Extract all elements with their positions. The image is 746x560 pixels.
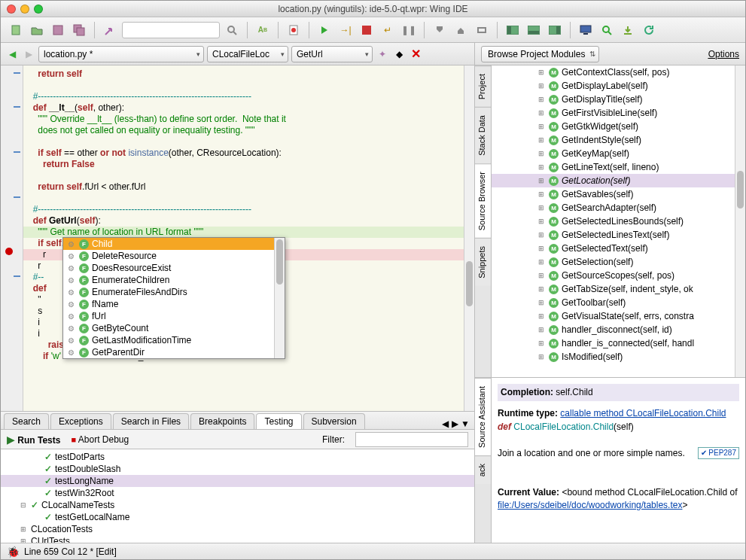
browser-item[interactable]: ⊞MGetContextClass(self, pos)	[492, 65, 745, 79]
browser-item[interactable]: ⊞MGetSelection(self)	[492, 255, 745, 269]
vtab-source-assistant[interactable]: Source Assistant	[475, 378, 491, 455]
autocomplete-item[interactable]: ⚙FGetParentDir	[63, 346, 285, 358]
code-editor[interactable]: return self #---------------------------…	[1, 65, 474, 412]
frame-icon[interactable]	[473, 21, 491, 39]
tree-expand-icon[interactable]: ⊞	[537, 136, 546, 144]
panel3-icon[interactable]	[546, 21, 564, 39]
browse-mode-selector[interactable]: Browse Project Modules	[481, 46, 599, 62]
test-tree-item[interactable]: ✓testWin32Root	[1, 487, 474, 499]
zoom-icon[interactable]	[598, 21, 616, 39]
autocomplete-item[interactable]: ⚙FDeleteResource	[63, 250, 285, 262]
autocomplete-item[interactable]: ⚙FChild	[63, 238, 285, 250]
browser-item[interactable]: ⊞MIsModified(self)	[492, 350, 745, 364]
tree-expand-icon[interactable]: ⊞	[537, 285, 546, 293]
tree-expand-icon[interactable]: ⊞	[537, 96, 546, 103]
test-tree[interactable]: ✓testDotParts✓testDoubleSlash✓testLongNa…	[1, 449, 474, 543]
toolbar-search-input[interactable]	[122, 22, 220, 38]
browser-item[interactable]: ⊞MGetSearchAdapter(self)	[492, 201, 745, 215]
vtab-snippets[interactable]: Snippets	[475, 238, 491, 286]
autocomplete-item[interactable]: ⚙FfUrl	[63, 310, 285, 322]
run-tests-button[interactable]: ▶ Run Tests	[7, 434, 60, 446]
tab-search[interactable]: Search	[4, 413, 49, 429]
indent-icon[interactable]: AB	[254, 21, 272, 39]
save-all-icon[interactable]	[70, 21, 88, 39]
test-tree-item[interactable]: ⊞CUrlTests	[1, 535, 474, 543]
tree-expand-icon[interactable]: ⊞	[537, 68, 546, 76]
tree-expand-icon[interactable]: ⊞	[537, 177, 546, 184]
step-over-icon[interactable]: →|	[336, 21, 355, 39]
tree-expand-icon[interactable]: ⊞	[537, 123, 546, 130]
browser-item[interactable]: ⊞MGetLineText(self, lineno)	[492, 160, 745, 174]
browser-item[interactable]: ⊞MGetSavables(self)	[492, 187, 745, 201]
bottom-tabs-more[interactable]: ◀ ▶ ▼	[437, 418, 474, 429]
debug-file-icon[interactable]	[285, 21, 303, 39]
tree-expand-icon[interactable]: ⊞	[537, 245, 546, 252]
tree-expand-icon[interactable]: ⊞	[537, 312, 546, 320]
abort-debug-button[interactable]: ■ Abort Debug	[71, 434, 129, 445]
search-icon[interactable]	[223, 21, 241, 39]
history-fwd-icon[interactable]: ▶	[22, 47, 35, 62]
browser-item[interactable]: ⊞MGetSelectedText(self)	[492, 242, 745, 255]
goto-def-icon[interactable]	[101, 21, 119, 39]
tree-expand-icon[interactable]: ⊞	[537, 150, 546, 157]
test-tree-item[interactable]: ✓testDotParts	[1, 451, 474, 463]
vtab-project[interactable]: Project	[475, 65, 491, 107]
reload-icon[interactable]	[640, 21, 658, 39]
runtime-type-link[interactable]: callable method CLocalFileLocation.Child	[560, 408, 726, 418]
method-selector[interactable]: GetUrl	[291, 46, 373, 62]
vtab-stack-data[interactable]: Stack Data	[475, 107, 491, 163]
pause-icon[interactable]: ❚❚	[400, 21, 418, 39]
tab-search-in-files[interactable]: Search in Files	[113, 413, 189, 429]
tree-expand-icon[interactable]: ⊞	[537, 326, 546, 333]
tree-expand-icon[interactable]: ⊞	[537, 258, 546, 266]
close-file-icon[interactable]: ✕	[409, 47, 422, 61]
play-icon[interactable]	[315, 21, 333, 39]
browser-item[interactable]: ⊞MGetSelectedLinesBounds(self)	[492, 215, 745, 228]
file-selector[interactable]: location.py *	[38, 46, 204, 62]
browser-item[interactable]: ⊞MGetIndentStyle(self)	[492, 133, 745, 147]
frame-up-icon[interactable]	[452, 21, 470, 39]
browser-item[interactable]: ⊞MGetTabSize(self, indent_style, ok	[492, 282, 745, 296]
panel2-icon[interactable]	[525, 21, 543, 39]
autocomplete-item[interactable]: ⚙FGetByteCount	[63, 322, 285, 334]
stop-icon[interactable]	[358, 21, 376, 39]
browser-item[interactable]: ⊞MGetFirstVisibleLine(self)	[492, 106, 745, 120]
step-out-icon[interactable]: ↵	[379, 21, 397, 39]
tab-exceptions[interactable]: Exceptions	[50, 413, 111, 429]
test-tree-item[interactable]: ⊞CLocationTests	[1, 523, 474, 535]
browser-item[interactable]: ⊞MGetDisplayTitle(self)	[492, 93, 745, 106]
test-tree-item[interactable]: ⊟✓CLocalNameTests	[1, 499, 474, 511]
tree-expand-icon[interactable]: ⊞	[537, 339, 546, 347]
browser-scrollbar[interactable]	[735, 65, 745, 377]
close-window-button[interactable]	[7, 5, 16, 14]
tab-subversion[interactable]: Subversion	[303, 413, 365, 429]
tree-expand-icon[interactable]: ⊞	[537, 299, 546, 306]
test-tree-item[interactable]: ✓testGetLocalName	[1, 511, 474, 523]
tree-expand-icon[interactable]: ⊞	[537, 231, 546, 239]
minimize-window-button[interactable]	[20, 5, 29, 14]
tree-expand-icon[interactable]: ⊞	[537, 353, 546, 361]
browser-item[interactable]: ⊞MGetGtkWidget(self)	[492, 120, 745, 133]
tree-expand-icon[interactable]: ⊞	[537, 163, 546, 171]
save-icon[interactable]	[49, 21, 67, 39]
autocomplete-item[interactable]: ⚙FfName	[63, 298, 285, 310]
filter-input[interactable]	[355, 432, 468, 447]
browser-item[interactable]: ⊞MGetDisplayLabel(self)	[492, 79, 745, 93]
tree-twisty-icon[interactable]: ⊞	[19, 537, 28, 543]
autocomplete-item[interactable]: ⚙FEnumerateChildren	[63, 274, 285, 286]
tree-expand-icon[interactable]: ⊞	[537, 218, 546, 225]
editor-scrollbar[interactable]	[464, 65, 474, 411]
sticky-icon[interactable]: ◆	[392, 47, 406, 61]
options-link[interactable]: Options	[708, 49, 739, 59]
vtab-stack[interactable]: ack	[475, 455, 491, 484]
tree-expand-icon[interactable]: ⊞	[537, 190, 546, 198]
tree-expand-icon[interactable]: ⊞	[537, 204, 546, 212]
current-value-link[interactable]: file:/Users/sdeibel/doc/woodworking/tabl…	[498, 500, 682, 510]
tab-breakpoints[interactable]: Breakpoints	[190, 413, 254, 429]
browser-item[interactable]: ⊞Mhandler_disconnect(self, id)	[492, 323, 745, 336]
tree-twisty-icon[interactable]: ⊞	[19, 525, 28, 533]
tree-expand-icon[interactable]: ⊞	[537, 272, 546, 279]
autocomplete-scrollbar[interactable]	[274, 238, 285, 358]
download-icon[interactable]	[619, 21, 637, 39]
autocomplete-item[interactable]: ⚙FGetLastModificationTime	[63, 334, 285, 346]
